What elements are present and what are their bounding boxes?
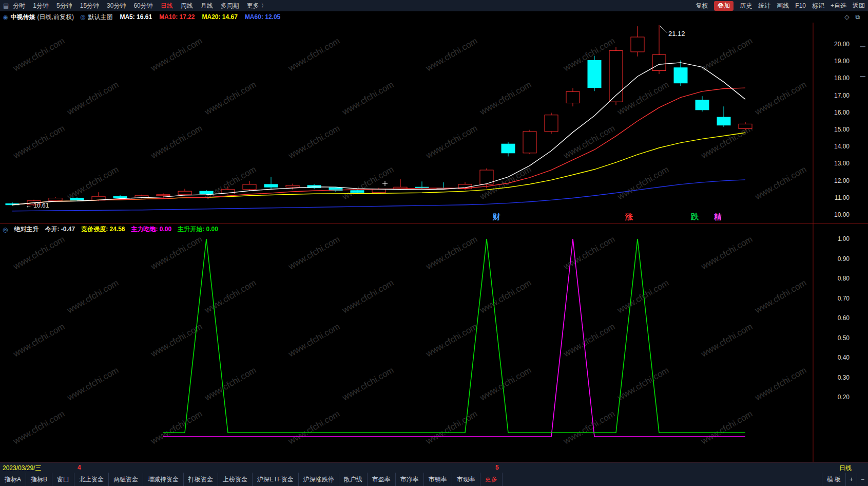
ma-values: MA5: 16.61MA10: 17.22MA20: 14.67MA60: 12… bbox=[120, 13, 280, 21]
menu-item-统计[interactable]: 统计 bbox=[758, 2, 770, 10]
bottom-tab-沪深ETF资金[interactable]: 沪深ETF资金 bbox=[253, 473, 299, 486]
ad-label[interactable]: 精 bbox=[713, 212, 722, 221]
price-axis-label: 13.00 bbox=[834, 160, 850, 167]
indicator-field: 主力吃饱: 0.00 bbox=[131, 225, 172, 234]
zoom-out-button[interactable]: − bbox=[857, 473, 868, 486]
bottom-tab-增减持资金[interactable]: 增减持资金 bbox=[143, 473, 184, 486]
watermark: www.cfchi.com bbox=[753, 365, 808, 403]
menu-item-返回[interactable]: 返回 bbox=[853, 2, 865, 10]
bottom-tab-更多[interactable]: 更多 bbox=[480, 473, 503, 486]
menu-item-画线[interactable]: 画线 bbox=[777, 2, 789, 10]
main-chart-svg[interactable]: www.cfchi.comwww.cfchi.comwww.cfchi.comw… bbox=[0, 23, 868, 223]
watermark: www.cfchi.com bbox=[753, 278, 808, 315]
pane-handle-icon[interactable] bbox=[860, 76, 865, 77]
price-axis-label: 18.00 bbox=[834, 74, 850, 82]
watermark: www.cfchi.com bbox=[65, 278, 121, 315]
bottom-tab-上榜资金[interactable]: 上榜资金 bbox=[218, 473, 253, 486]
bottom-tab-市现率[interactable]: 市现率 bbox=[452, 473, 480, 486]
menu-item-标记[interactable]: 标记 bbox=[812, 2, 824, 10]
ad-label[interactable]: 涨 bbox=[625, 212, 633, 221]
watermark: www.cfchi.com bbox=[699, 322, 755, 359]
bottom-tab-打板资金[interactable]: 打板资金 bbox=[184, 473, 218, 486]
menu-item-月线[interactable]: 月线 bbox=[201, 2, 213, 10]
indicator-icon[interactable]: ◎ bbox=[3, 226, 8, 233]
tool-menu: 复权叠加历史统计画线F10标记+自选返回 bbox=[696, 1, 865, 11]
watermark: www.cfchi.com bbox=[149, 123, 204, 161]
menu-item-5分钟[interactable]: 5分钟 bbox=[56, 2, 72, 10]
period-label: 日线 bbox=[839, 464, 852, 473]
time-axis-bar: 2023/03/29/三 45 日线 bbox=[0, 462, 868, 473]
price-axis-label: 14.00 bbox=[834, 143, 850, 150]
layout-label[interactable]: 默认主图 bbox=[88, 13, 112, 22]
bottom-tab-市销率[interactable]: 市销率 bbox=[424, 473, 452, 486]
candle bbox=[372, 188, 385, 194]
watermark: www.cfchi.com bbox=[149, 322, 204, 359]
menu-item-F10[interactable]: F10 bbox=[795, 2, 806, 9]
indicator-axis-label: 0.40 bbox=[838, 354, 850, 361]
menu-item-历史[interactable]: 历史 bbox=[740, 2, 752, 10]
ma-value-MA5: MA5: 16.61 bbox=[120, 13, 152, 21]
trading-app-window: ▤ 分时1分钟5分钟15分钟30分钟60分钟日线周线月线多周期更多 〉 复权叠加… bbox=[0, 0, 868, 486]
watermark: www.cfchi.com bbox=[11, 123, 67, 161]
bottom-tab-两融资金[interactable]: 两融资金 bbox=[109, 473, 143, 486]
price-axis-label: 11.00 bbox=[835, 194, 850, 201]
watermark: www.cfchi.com bbox=[424, 123, 479, 161]
candle bbox=[717, 106, 730, 127]
template-button[interactable]: 模 板 bbox=[822, 473, 845, 486]
bottom-tab-指标B[interactable]: 指标B bbox=[26, 473, 52, 486]
candle bbox=[243, 181, 256, 191]
window-icon[interactable]: ⧉ bbox=[855, 13, 860, 21]
watermark: www.cfchi.com bbox=[424, 36, 479, 73]
menu-item-周线[interactable]: 周线 bbox=[181, 2, 193, 10]
candle bbox=[458, 182, 472, 190]
pane-handle-icon[interactable] bbox=[860, 46, 865, 47]
menu-item-叠加[interactable]: 叠加 bbox=[714, 1, 734, 11]
menu-item-+自选[interactable]: +自选 bbox=[831, 2, 846, 10]
ma20-line bbox=[12, 133, 745, 204]
watermark: www.cfchi.com bbox=[11, 36, 67, 73]
menu-item-复权[interactable]: 复权 bbox=[696, 2, 708, 10]
menu-item-1分钟[interactable]: 1分钟 bbox=[33, 2, 49, 10]
bottom-tab-沪深涨跌停[interactable]: 沪深涨跌停 bbox=[299, 473, 339, 486]
indicator-field: 竞价强度: 24.56 bbox=[81, 225, 125, 234]
indicator-axis-label: 1.00 bbox=[838, 235, 850, 242]
menu-item-多周期[interactable]: 多周期 bbox=[221, 2, 239, 10]
stock-name[interactable]: 中视传媒 bbox=[11, 13, 35, 22]
high-price-annotation: 21.12 bbox=[668, 30, 685, 38]
menu-item-60分钟[interactable]: 60分钟 bbox=[133, 2, 152, 10]
watermark: www.cfchi.com bbox=[615, 365, 671, 403]
date-label: 2023/03/29/三 bbox=[3, 464, 41, 473]
watermark: www.cfchi.com bbox=[699, 36, 755, 73]
diamond-icon[interactable]: ◇ bbox=[844, 13, 849, 21]
ad-label[interactable]: 跌 bbox=[690, 212, 699, 221]
ma-value-MA10: MA10: 17.22 bbox=[159, 13, 195, 21]
indicator-axis-label: 0.70 bbox=[838, 295, 850, 302]
watermark: www.cfchi.com bbox=[478, 278, 533, 315]
indicator-field: 绝对主升 bbox=[14, 225, 38, 234]
indicator-chart-svg[interactable]: www.cfchi.comwww.cfchi.comwww.cfchi.comw… bbox=[0, 223, 868, 462]
watermark: www.cfchi.com bbox=[340, 164, 396, 202]
zoom-in-button[interactable]: + bbox=[845, 473, 857, 486]
candle bbox=[329, 187, 342, 192]
watermark: www.cfchi.com bbox=[286, 36, 342, 73]
menu-item-30分钟[interactable]: 30分钟 bbox=[107, 2, 126, 10]
bottom-tab-市净率[interactable]: 市净率 bbox=[396, 473, 424, 486]
menu-item-日线[interactable]: 日线 bbox=[161, 2, 173, 10]
bottom-tab-指标A[interactable]: 指标A bbox=[0, 473, 26, 486]
candle bbox=[696, 96, 709, 111]
ma-value-MA60: MA60: 12.05 bbox=[245, 13, 280, 21]
menu-item-分时[interactable]: 分时 bbox=[13, 2, 25, 10]
ad-label[interactable]: 财 bbox=[492, 212, 500, 221]
candle bbox=[609, 47, 623, 105]
bottom-tab-北上资金[interactable]: 北上资金 bbox=[74, 473, 109, 486]
bottom-tab-窗口[interactable]: 窗口 bbox=[52, 473, 74, 486]
watermark: www.cfchi.com bbox=[286, 123, 342, 161]
indicator-header: ◎ 绝对主升今开: -0.47竞价强度: 24.56主力吃饱: 0.00主升开始… bbox=[3, 225, 218, 234]
bottom-tab-市盈率[interactable]: 市盈率 bbox=[368, 473, 396, 486]
bottom-tab-散户线[interactable]: 散户线 bbox=[339, 473, 368, 486]
menu-item-15分钟[interactable]: 15分钟 bbox=[80, 2, 99, 10]
watermark: www.cfchi.com bbox=[286, 322, 342, 359]
app-icon[interactable]: ▤ bbox=[3, 2, 9, 9]
bottom-toolbar: 指标A指标B窗口北上资金两融资金增减持资金打板资金上榜资金沪深ETF资金沪深涨跌… bbox=[0, 473, 868, 486]
menu-item-更多 〉[interactable]: 更多 〉 bbox=[247, 2, 267, 10]
